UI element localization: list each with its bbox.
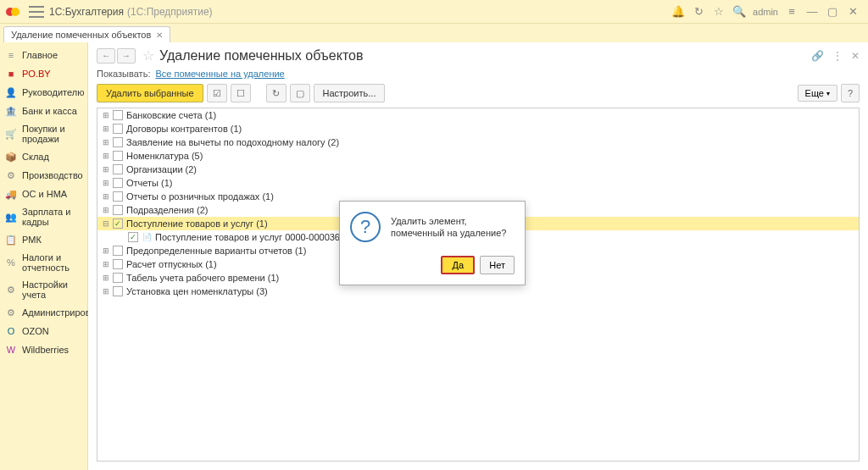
sidebar-item-14[interactable]: WWildberries <box>0 340 87 359</box>
expand-icon[interactable]: ⊞ <box>101 164 111 174</box>
bell-icon[interactable]: 🔔 <box>670 3 687 20</box>
stop-button[interactable]: ▢ <box>290 84 310 102</box>
checkbox[interactable] <box>113 164 123 174</box>
tree-row[interactable]: ⊞Договоры контрагентов (1) <box>97 122 859 135</box>
sidebar-icon: 🏦 <box>5 105 17 117</box>
maximize-icon[interactable]: ▢ <box>824 3 841 20</box>
dialog-text: Удалить элемент, помеченный на удаление? <box>391 215 515 240</box>
expand-icon[interactable]: ⊞ <box>101 273 111 283</box>
close-page-icon[interactable]: ✕ <box>851 50 860 62</box>
checkbox[interactable] <box>113 286 123 296</box>
sidebar-item-7[interactable]: 🚚ОС и НМА <box>0 185 87 203</box>
expand-icon[interactable]: ⊟ <box>101 218 111 229</box>
expand-icon[interactable]: ⊞ <box>101 191 111 202</box>
checkbox[interactable]: ✓ <box>128 232 138 242</box>
checkbox[interactable] <box>113 205 123 215</box>
expand-icon[interactable]: ⊞ <box>101 151 111 161</box>
user-label[interactable]: admin <box>753 7 778 17</box>
sidebar-icon: 👤 <box>5 86 17 98</box>
uncheck-all-button[interactable]: ☐ <box>231 84 251 102</box>
content-header: ← → ☆ Удаление помеченных объектов 🔗 ⋮ ✕ <box>88 42 868 69</box>
tree-label: Поступление товаров и услуг (1) <box>126 218 268 229</box>
expand-icon[interactable]: ⊞ <box>101 286 111 296</box>
expand-icon[interactable]: ⊞ <box>101 137 111 147</box>
tree-row[interactable]: ⊞Отчеты (1) <box>97 176 859 190</box>
link-icon[interactable]: 🔗 <box>811 50 824 62</box>
dialog-no-button[interactable]: Нет <box>480 256 515 274</box>
refresh-button[interactable]: ↻ <box>266 84 287 102</box>
sidebar-item-1[interactable]: ■PO.BY <box>0 64 87 83</box>
tree-label: Отчеты (1) <box>126 178 173 188</box>
sidebar-icon: ⚙ <box>5 307 17 318</box>
sidebar-item-11[interactable]: ⚙Настройки учета <box>0 276 87 303</box>
sidebar-item-13[interactable]: OOZON <box>0 322 87 340</box>
expand-icon[interactable]: ⊞ <box>101 110 111 120</box>
sidebar-item-0[interactable]: ≡Главное <box>0 46 87 64</box>
sidebar-icon: 📋 <box>5 234 17 246</box>
sidebar-item-10[interactable]: %Налоги и отчетность <box>0 249 87 276</box>
expand-icon[interactable]: ⊞ <box>101 124 111 134</box>
tree-row[interactable]: ⊞Заявление на вычеты по подоходному нало… <box>97 135 859 149</box>
help-button[interactable]: ? <box>841 84 860 102</box>
document-icon: 📄 <box>142 232 152 242</box>
history-icon[interactable]: ↻ <box>690 3 707 20</box>
sidebar-label: PO.BY <box>22 69 51 79</box>
sidebar-label: OZON <box>22 326 49 336</box>
checkbox[interactable] <box>113 273 123 283</box>
sidebar-icon: O <box>5 325 17 337</box>
expand-icon[interactable]: ⊞ <box>101 205 111 215</box>
filter-icon[interactable]: ≡ <box>783 3 800 20</box>
tree-row[interactable]: ⊞Установка цен номенклатуры (3) <box>97 285 859 298</box>
tree-row[interactable]: ⊞Организации (2) <box>97 163 859 176</box>
tree-label: Банковские счета (1) <box>126 110 216 120</box>
sidebar-item-2[interactable]: 👤Руководителю <box>0 83 87 102</box>
sidebar-label: Банк и касса <box>22 106 77 116</box>
nav-back-button[interactable]: ← <box>97 48 115 64</box>
tab-close-icon[interactable]: ✕ <box>156 30 163 40</box>
app-logo-icon <box>5 4 20 19</box>
checkbox[interactable] <box>113 124 123 134</box>
star-icon[interactable]: ☆ <box>710 3 727 20</box>
sidebar: ≡Главное■PO.BY👤Руководителю🏦Банк и касса… <box>0 42 88 470</box>
sidebar-item-8[interactable]: 👥Зарплата и кадры <box>0 203 87 230</box>
sidebar-label: Wildberries <box>22 345 69 355</box>
expand-icon[interactable]: ⊞ <box>101 178 111 188</box>
sidebar-item-12[interactable]: ⚙Администрирование <box>0 303 87 322</box>
svg-point-1 <box>11 8 19 16</box>
sidebar-item-6[interactable]: ⚙Производство <box>0 166 87 185</box>
sidebar-item-9[interactable]: 📋РМК <box>0 230 87 249</box>
checkbox[interactable] <box>113 246 123 256</box>
checkbox[interactable] <box>113 151 123 161</box>
checkbox[interactable] <box>113 259 123 269</box>
settings-button[interactable]: Настроить... <box>314 84 386 102</box>
more-button[interactable]: Еще▾ <box>798 85 837 102</box>
close-window-icon[interactable]: ✕ <box>844 3 861 20</box>
nav-forward-button[interactable]: → <box>117 48 136 64</box>
checkbox[interactable] <box>113 178 123 188</box>
tree-row[interactable]: ⊞Банковские счета (1) <box>97 108 859 122</box>
minimize-icon[interactable]: — <box>804 3 821 20</box>
more-icon[interactable]: ⋮ <box>832 50 843 62</box>
menu-icon[interactable] <box>29 6 44 18</box>
expand-icon[interactable]: ⊞ <box>101 246 111 256</box>
checkbox[interactable] <box>113 191 123 202</box>
checkbox[interactable] <box>113 110 123 120</box>
sidebar-item-3[interactable]: 🏦Банк и касса <box>0 102 87 120</box>
favorite-icon[interactable]: ☆ <box>142 47 154 64</box>
sidebar-item-5[interactable]: 📦Склад <box>0 147 87 166</box>
check-all-button[interactable]: ☑ <box>207 84 227 102</box>
tab-delete-marked[interactable]: Удаление помеченных объектов ✕ <box>3 26 170 42</box>
filter-link[interactable]: Все помеченные на удаление <box>155 69 284 79</box>
search-icon[interactable]: 🔍 <box>731 3 748 20</box>
tree-label: Заявление на вычеты по подоходному налог… <box>126 137 339 147</box>
delete-selected-button[interactable]: Удалить выбранные <box>97 84 203 102</box>
sidebar-icon: ⚙ <box>5 284 17 296</box>
dialog-yes-button[interactable]: Да <box>441 256 475 274</box>
tree-label: Договоры контрагентов (1) <box>126 124 242 134</box>
tree-row[interactable]: ⊞Номенклатура (5) <box>97 149 859 163</box>
filter-label: Показывать: <box>97 69 150 79</box>
checkbox[interactable] <box>113 137 123 147</box>
sidebar-item-4[interactable]: 🛒Покупки и продажи <box>0 120 87 147</box>
expand-icon[interactable]: ⊞ <box>101 259 111 269</box>
checkbox[interactable]: ✓ <box>113 218 123 229</box>
